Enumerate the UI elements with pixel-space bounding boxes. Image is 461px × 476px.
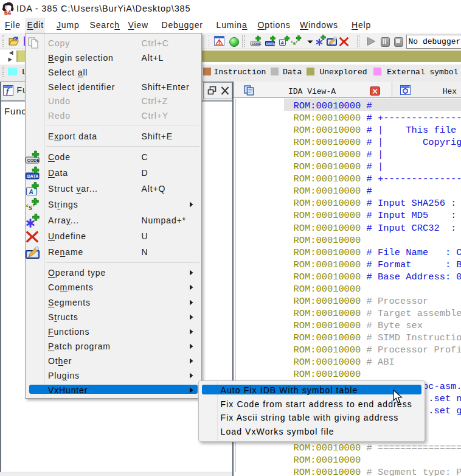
svg-text:‘s’: ‘s’ [291,39,298,46]
svg-text:CODE: CODE [27,158,40,163]
svg-text:DATA: DATA [27,174,38,178]
svg-text:DATA: DATA [266,42,276,46]
svg-text:A: A [280,40,284,46]
svg-text:CODE: CODE [252,42,262,46]
svg-text:64: 64 [4,10,12,16]
svg-text:‘s’: ‘s’ [26,202,35,212]
svg-text:A: A [29,188,33,195]
